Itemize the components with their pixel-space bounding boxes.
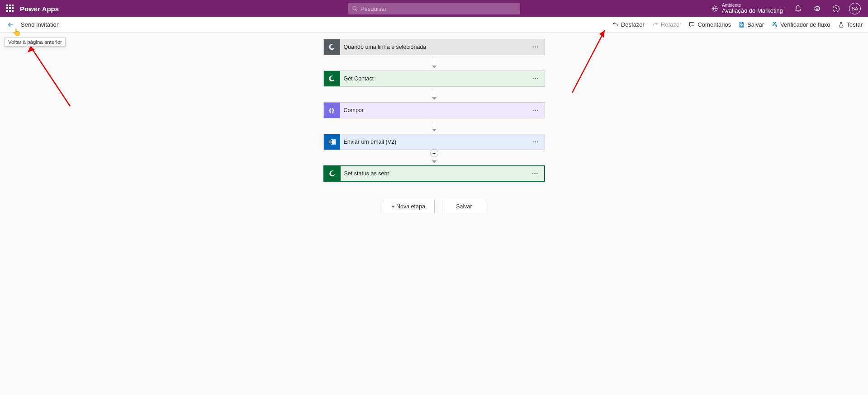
add-step-inline-button[interactable]: +	[430, 149, 438, 157]
card-more-icon[interactable]: ···	[526, 170, 544, 177]
help-icon[interactable]	[827, 0, 844, 17]
svg-point-7	[773, 25, 774, 26]
svg-text:{ }: { }	[329, 108, 334, 113]
get-contact-card[interactable]: Get Contact ···	[323, 71, 545, 87]
send-email-card[interactable]: Enviar um email (V2) ···	[323, 134, 545, 150]
app-title: Power Apps	[20, 5, 59, 13]
search-container	[348, 3, 520, 14]
dataverse-icon	[324, 71, 340, 86]
new-step-button[interactable]: + Nova etapa	[382, 200, 435, 213]
comments-label: Comentários	[697, 21, 731, 28]
flow-checker-button[interactable]: Verificador de fluxo	[771, 21, 830, 28]
flow-title: Send Invitation	[21, 21, 60, 28]
svg-point-8	[775, 25, 777, 26]
environment-name: Avaliação do Marketing	[722, 8, 783, 14]
command-bar: Send Invitation Desfazer Refazer Comentá…	[0, 17, 868, 33]
trigger-card[interactable]: Quando uma linha é selecionada ···	[323, 39, 545, 55]
set-status-label: Set status as sent	[341, 170, 526, 177]
back-button[interactable]	[5, 19, 16, 30]
undo-button[interactable]: Desfazer	[612, 21, 645, 28]
search-icon	[352, 5, 358, 12]
svg-point-5	[836, 10, 836, 10]
svg-point-3	[816, 8, 818, 9]
comments-button[interactable]: Comentários	[688, 21, 731, 28]
send-email-label: Enviar um email (V2)	[340, 139, 527, 145]
save-button[interactable]: Salvar	[738, 21, 764, 28]
svg-rect-6	[740, 25, 743, 27]
set-status-card[interactable]: Set status as sent ···	[323, 165, 545, 182]
dataverse-icon	[324, 166, 341, 181]
flow-checker-label: Verificador de fluxo	[780, 21, 830, 28]
environment-label: Ambiente	[722, 3, 783, 8]
redo-button: Refazer	[652, 21, 682, 28]
card-more-icon[interactable]: ···	[527, 107, 545, 114]
header-right: Ambiente Avaliação do Marketing SA	[707, 0, 863, 17]
search-box[interactable]	[348, 3, 520, 14]
card-more-icon[interactable]: ···	[527, 138, 545, 146]
get-contact-label: Get Contact	[340, 75, 527, 82]
environment-icon	[711, 5, 718, 12]
back-tooltip: Voltar à página anterior	[5, 38, 66, 47]
redo-label: Refazer	[661, 21, 682, 28]
search-input[interactable]	[360, 5, 517, 12]
save-label: Salvar	[747, 21, 764, 28]
undo-label: Desfazer	[621, 21, 645, 28]
dataverse-icon	[324, 39, 340, 55]
environment-picker[interactable]: Ambiente Avaliação do Marketing	[707, 3, 787, 14]
card-more-icon[interactable]: ···	[527, 75, 545, 82]
compose-card[interactable]: { } Compor ···	[323, 102, 545, 118]
trigger-label: Quando uma linha é selecionada	[340, 44, 527, 50]
connector-arrow	[432, 118, 436, 134]
connector-arrow: +	[432, 150, 436, 165]
app-launcher-icon[interactable]	[6, 5, 14, 13]
compose-icon: { }	[324, 103, 340, 118]
connector-arrow	[432, 87, 436, 102]
bottom-buttons: + Nova etapa Salvar	[382, 200, 486, 213]
card-more-icon[interactable]: ···	[527, 43, 545, 51]
app-header: Power Apps Ambiente Avaliação do Marketi…	[0, 0, 868, 17]
compose-label: Compor	[340, 107, 527, 113]
connector-arrow	[432, 55, 436, 71]
flow-canvas: Quando uma linha é selecionada ··· Get C…	[0, 33, 868, 395]
notifications-icon[interactable]	[789, 0, 806, 17]
settings-icon[interactable]	[808, 0, 825, 17]
test-button[interactable]: Testar	[838, 21, 863, 28]
outlook-icon	[324, 134, 340, 150]
avatar[interactable]: SA	[849, 3, 861, 14]
test-label: Testar	[847, 21, 863, 28]
save-flow-button[interactable]: Salvar	[442, 200, 486, 213]
